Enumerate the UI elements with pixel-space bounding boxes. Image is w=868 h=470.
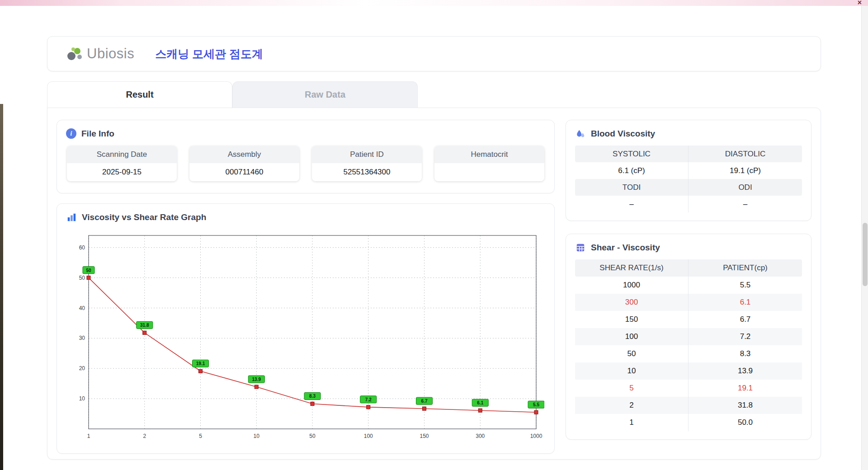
file-info-section: i File Info Scanning Date2025-09-15Assem…	[57, 120, 555, 193]
svg-text:100: 100	[364, 433, 373, 439]
shear-rate-cell: 150	[575, 311, 689, 328]
bv-value-cell: 19.1 (cP)	[689, 162, 802, 179]
shear-patient-cell: 6.1	[689, 294, 802, 311]
shear-patient-cell: 50.0	[689, 414, 802, 431]
svg-text:31.8: 31.8	[140, 323, 149, 328]
field-label: Assembly	[189, 146, 299, 163]
shear-rate-cell: 10	[575, 362, 689, 380]
bv-value-cell: –	[575, 196, 689, 212]
bv-value-cell: –	[689, 196, 802, 212]
shear-table-row: 1506.7	[575, 311, 802, 328]
svg-text:1: 1	[87, 433, 90, 439]
field-label: Scanning Date	[67, 146, 177, 163]
blood-viscosity-header: Blood Viscosity	[575, 128, 802, 139]
file-info-fields: Scanning Date2025-09-15Assembly000711460…	[66, 145, 545, 185]
shear-table-row: 10005.5	[575, 277, 802, 294]
shear-rate-cell: 1000	[575, 277, 689, 294]
ubiosis-molecule-icon	[66, 46, 84, 61]
tab-raw-data[interactable]: Raw Data	[232, 81, 418, 108]
svg-text:60: 60	[79, 244, 85, 251]
svg-text:8.3: 8.3	[309, 394, 316, 399]
bv-value-cell: 6.1 (cP)	[575, 162, 689, 179]
bv-value-row: 6.1 (cP)19.1 (cP)	[575, 162, 802, 179]
file-info-title: File Info	[81, 129, 114, 139]
svg-text:19.1: 19.1	[196, 361, 205, 366]
field-value: 52551364300	[312, 163, 422, 181]
right-column: Blood Viscosity SYSTOLICDIASTOLIC6.1 (cP…	[566, 120, 811, 450]
blood-viscosity-title: Blood Viscosity	[591, 129, 655, 139]
scrollbar-thumb[interactable]	[863, 223, 868, 286]
graph-title: Viscosity vs Shear Rate Graph	[82, 212, 206, 222]
window-scrollbar[interactable]	[861, 6, 868, 470]
shear-header-row: SHEAR RATE(1/s)PATIENT(cp)	[575, 259, 802, 277]
desktop-background-sliver	[0, 104, 3, 470]
svg-text:10: 10	[254, 433, 260, 439]
svg-text:40: 40	[79, 305, 85, 311]
shear-header-cell: PATIENT(cp)	[689, 259, 802, 277]
shear-viscosity-table: SHEAR RATE(1/s)PATIENT(cp)10005.53006.11…	[575, 259, 802, 431]
shear-rate-cell: 1	[575, 414, 689, 431]
svg-text:5: 5	[199, 433, 202, 439]
result-panel: i File Info Scanning Date2025-09-15Assem…	[47, 108, 821, 460]
svg-text:1000: 1000	[530, 433, 542, 439]
blood-viscosity-section: Blood Viscosity SYSTOLICDIASTOLIC6.1 (cP…	[566, 120, 811, 221]
shear-table-row: 231.8	[575, 397, 802, 414]
svg-text:2: 2	[143, 433, 146, 439]
shear-patient-cell: 13.9	[689, 362, 802, 380]
svg-text:50: 50	[86, 268, 91, 273]
droplet-icon	[575, 128, 586, 139]
shear-viscosity-section: Shear - Viscosity SHEAR RATE(1/s)PATIENT…	[566, 234, 811, 440]
svg-text:50: 50	[79, 275, 85, 281]
window-titlebar	[0, 0, 868, 6]
svg-text:150: 150	[420, 433, 429, 439]
shear-rate-cell: 5	[575, 380, 689, 397]
shear-patient-cell: 31.8	[689, 397, 802, 414]
svg-text:6.7: 6.7	[421, 399, 428, 404]
shear-patient-cell: 6.7	[689, 311, 802, 328]
shear-table-row: 508.3	[575, 345, 802, 362]
field-value	[434, 163, 544, 181]
svg-text:30: 30	[79, 335, 85, 341]
bv-header-row: SYSTOLICDIASTOLIC	[575, 146, 802, 162]
svg-text:6.1: 6.1	[477, 400, 483, 405]
shear-rate-cell: 50	[575, 345, 689, 362]
shear-viscosity-header: Shear - Viscosity	[575, 242, 802, 253]
field-value: 2025-09-15	[67, 163, 177, 181]
shear-patient-cell: 7.2	[689, 328, 802, 345]
svg-text:5.5: 5.5	[533, 402, 539, 407]
shear-table-row: 3006.1	[575, 294, 802, 311]
svg-text:7.2: 7.2	[365, 397, 372, 402]
window-close-button[interactable]: ×	[858, 0, 862, 6]
shear-table-row: 1007.2	[575, 328, 802, 345]
shear-patient-cell: 5.5	[689, 277, 802, 294]
shear-patient-cell: 19.1	[689, 380, 802, 397]
field-label: Patient ID	[312, 146, 422, 163]
blood-viscosity-table: SYSTOLICDIASTOLIC6.1 (cP)19.1 (cP)TODIOD…	[575, 146, 802, 212]
field-value: 000711460	[189, 163, 299, 181]
svg-text:50: 50	[309, 433, 316, 439]
ubiosis-logo: Ubiosis	[66, 46, 134, 62]
shear-table-row: 1013.9	[575, 362, 802, 380]
bv-header-cell: TODI	[575, 179, 689, 196]
bar-chart-icon	[66, 212, 77, 223]
left-column: i File Info Scanning Date2025-09-15Assem…	[57, 120, 555, 450]
svg-text:10: 10	[79, 395, 85, 402]
bv-header-cell: DIASTOLIC	[689, 146, 802, 162]
svg-text:20: 20	[79, 365, 85, 371]
file-info-field: Scanning Date2025-09-15	[67, 146, 177, 181]
table-icon	[575, 242, 586, 253]
file-info-field: Patient ID52551364300	[312, 146, 422, 181]
shear-table-row: 519.1	[575, 380, 802, 397]
file-info-field: Assembly000711460	[189, 146, 299, 181]
file-info-header: i File Info	[66, 128, 545, 139]
field-label: Hematocrit	[434, 146, 544, 163]
viscosity-shear-chart: 102030405060125105010015030010005031.819…	[67, 229, 544, 445]
graph-section: Viscosity vs Shear Rate Graph 1020304050…	[57, 203, 555, 454]
shear-table-row: 150.0	[575, 414, 802, 431]
app-page: Ubiosis 스캐닝 모세관 점도계 Result Raw Data i Fi…	[47, 36, 821, 460]
tab-result[interactable]: Result	[47, 81, 232, 108]
tab-bar: Result Raw Data	[47, 81, 821, 108]
bv-header-cell: ODI	[689, 179, 802, 196]
info-icon: i	[66, 128, 76, 139]
shear-viscosity-title: Shear - Viscosity	[591, 243, 660, 253]
